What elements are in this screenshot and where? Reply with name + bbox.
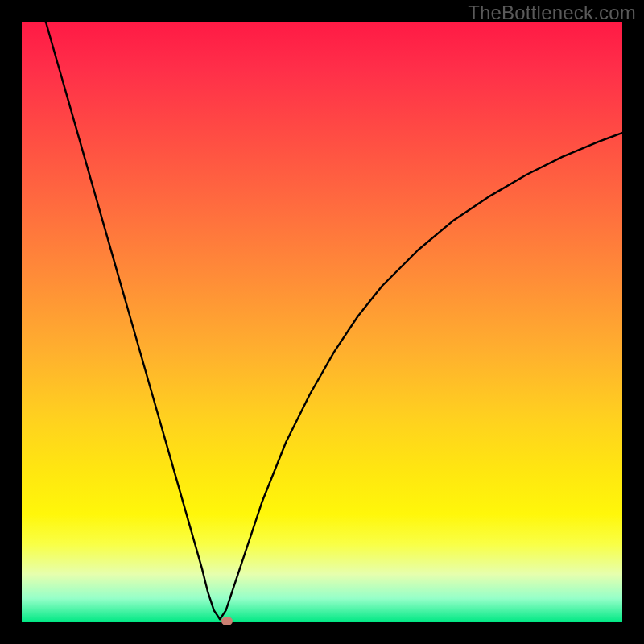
watermark-text: TheBottleneck.com (468, 2, 636, 24)
chart-frame: TheBottleneck.com (0, 0, 644, 644)
plot-gradient-background (22, 22, 622, 622)
optimum-marker (221, 617, 233, 625)
